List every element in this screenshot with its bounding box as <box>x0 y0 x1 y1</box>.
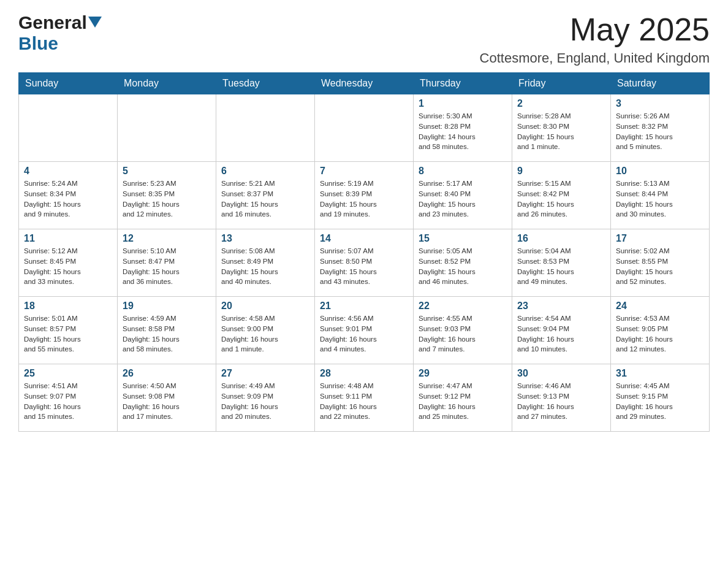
column-header-tuesday: Tuesday <box>216 73 315 94</box>
day-number: 11 <box>24 233 112 244</box>
day-info: Sunrise: 4:58 AM Sunset: 9:00 PM Dayligh… <box>221 313 309 354</box>
day-info: Sunrise: 5:21 AM Sunset: 8:37 PM Dayligh… <box>221 178 309 220</box>
calendar-cell: 2Sunrise: 5:28 AM Sunset: 8:30 PM Daylig… <box>512 94 611 162</box>
day-number: 19 <box>123 301 211 312</box>
column-header-saturday: Saturday <box>611 73 710 94</box>
logo-triangle-icon <box>88 17 102 30</box>
day-number: 5 <box>123 166 211 177</box>
logo-general-text: General <box>18 12 87 33</box>
calendar-cell: 5Sunrise: 5:23 AM Sunset: 8:35 PM Daylig… <box>118 162 216 229</box>
calendar-cell: 6Sunrise: 5:21 AM Sunset: 8:37 PM Daylig… <box>216 162 315 229</box>
calendar-cell: 19Sunrise: 4:59 AM Sunset: 8:58 PM Dayli… <box>118 297 216 364</box>
day-number: 6 <box>221 166 309 177</box>
day-info: Sunrise: 5:02 AM Sunset: 8:55 PM Dayligh… <box>616 246 704 287</box>
day-info: Sunrise: 5:05 AM Sunset: 8:52 PM Dayligh… <box>419 246 507 287</box>
day-info: Sunrise: 4:46 AM Sunset: 9:13 PM Dayligh… <box>517 381 605 422</box>
calendar-header-row: SundayMondayTuesdayWednesdayThursdayFrid… <box>19 73 710 94</box>
column-header-thursday: Thursday <box>414 73 512 94</box>
calendar-cell: 13Sunrise: 5:08 AM Sunset: 8:49 PM Dayli… <box>216 229 315 297</box>
calendar-cell: 27Sunrise: 4:49 AM Sunset: 9:09 PM Dayli… <box>216 364 315 432</box>
day-info: Sunrise: 4:56 AM Sunset: 9:01 PM Dayligh… <box>320 313 408 354</box>
calendar-cell: 22Sunrise: 4:55 AM Sunset: 9:03 PM Dayli… <box>414 297 512 364</box>
calendar-week-3: 11Sunrise: 5:12 AM Sunset: 8:45 PM Dayli… <box>19 229 710 297</box>
calendar-cell <box>315 94 414 162</box>
day-info: Sunrise: 5:23 AM Sunset: 8:35 PM Dayligh… <box>123 178 211 220</box>
day-info: Sunrise: 4:51 AM Sunset: 9:07 PM Dayligh… <box>24 381 112 422</box>
day-info: Sunrise: 5:10 AM Sunset: 8:47 PM Dayligh… <box>123 246 211 287</box>
day-info: Sunrise: 4:59 AM Sunset: 8:58 PM Dayligh… <box>123 313 211 354</box>
column-header-friday: Friday <box>512 73 611 94</box>
calendar-cell <box>216 94 315 162</box>
day-info: Sunrise: 5:17 AM Sunset: 8:40 PM Dayligh… <box>419 178 507 220</box>
logo-blue-text: Blue <box>18 33 58 53</box>
day-info: Sunrise: 4:47 AM Sunset: 9:12 PM Dayligh… <box>419 381 507 422</box>
calendar-cell: 12Sunrise: 5:10 AM Sunset: 8:47 PM Dayli… <box>118 229 216 297</box>
calendar-cell: 18Sunrise: 5:01 AM Sunset: 8:57 PM Dayli… <box>19 297 118 364</box>
calendar-cell: 31Sunrise: 4:45 AM Sunset: 9:15 PM Dayli… <box>611 364 710 432</box>
day-info: Sunrise: 5:26 AM Sunset: 8:32 PM Dayligh… <box>616 111 704 152</box>
day-info: Sunrise: 5:01 AM Sunset: 8:57 PM Dayligh… <box>24 313 112 354</box>
calendar-cell: 1Sunrise: 5:30 AM Sunset: 8:28 PM Daylig… <box>414 94 512 162</box>
calendar-cell: 28Sunrise: 4:48 AM Sunset: 9:11 PM Dayli… <box>315 364 414 432</box>
calendar-cell: 3Sunrise: 5:26 AM Sunset: 8:32 PM Daylig… <box>611 94 710 162</box>
calendar-cell: 20Sunrise: 4:58 AM Sunset: 9:00 PM Dayli… <box>216 297 315 364</box>
calendar-cell: 17Sunrise: 5:02 AM Sunset: 8:55 PM Dayli… <box>611 229 710 297</box>
day-number: 25 <box>24 368 112 379</box>
day-number: 26 <box>123 368 211 379</box>
day-number: 4 <box>24 166 112 177</box>
day-info: Sunrise: 5:07 AM Sunset: 8:50 PM Dayligh… <box>320 246 408 287</box>
day-number: 13 <box>221 233 309 244</box>
day-info: Sunrise: 5:28 AM Sunset: 8:30 PM Dayligh… <box>517 111 605 152</box>
calendar-week-5: 25Sunrise: 4:51 AM Sunset: 9:07 PM Dayli… <box>19 364 710 432</box>
calendar-week-1: 1Sunrise: 5:30 AM Sunset: 8:28 PM Daylig… <box>19 94 710 162</box>
calendar-cell: 4Sunrise: 5:24 AM Sunset: 8:34 PM Daylig… <box>19 162 118 229</box>
day-number: 2 <box>517 98 605 109</box>
column-header-wednesday: Wednesday <box>315 73 414 94</box>
day-number: 12 <box>123 233 211 244</box>
day-number: 30 <box>517 368 605 379</box>
day-number: 20 <box>221 301 309 312</box>
day-info: Sunrise: 4:54 AM Sunset: 9:04 PM Dayligh… <box>517 313 605 354</box>
page-header: General Blue May 2025 Cottesmore, Englan… <box>18 12 710 66</box>
day-number: 18 <box>24 301 112 312</box>
calendar-cell: 16Sunrise: 5:04 AM Sunset: 8:53 PM Dayli… <box>512 229 611 297</box>
day-number: 23 <box>517 301 605 312</box>
day-number: 8 <box>419 166 507 177</box>
day-number: 1 <box>419 98 507 109</box>
day-number: 22 <box>419 301 507 312</box>
day-info: Sunrise: 4:50 AM Sunset: 9:08 PM Dayligh… <box>123 381 211 422</box>
day-number: 31 <box>616 368 704 379</box>
calendar-cell: 26Sunrise: 4:50 AM Sunset: 9:08 PM Dayli… <box>118 364 216 432</box>
title-section: May 2025 Cottesmore, England, United Kin… <box>480 12 710 66</box>
calendar-cell: 14Sunrise: 5:07 AM Sunset: 8:50 PM Dayli… <box>315 229 414 297</box>
calendar-cell: 25Sunrise: 4:51 AM Sunset: 9:07 PM Dayli… <box>19 364 118 432</box>
calendar-week-2: 4Sunrise: 5:24 AM Sunset: 8:34 PM Daylig… <box>19 162 710 229</box>
calendar-cell: 23Sunrise: 4:54 AM Sunset: 9:04 PM Dayli… <box>512 297 611 364</box>
month-title: May 2025 <box>480 12 710 47</box>
calendar-table: SundayMondayTuesdayWednesdayThursdayFrid… <box>18 72 710 432</box>
calendar-cell: 7Sunrise: 5:19 AM Sunset: 8:39 PM Daylig… <box>315 162 414 229</box>
calendar-cell: 29Sunrise: 4:47 AM Sunset: 9:12 PM Dayli… <box>414 364 512 432</box>
column-header-sunday: Sunday <box>19 73 118 94</box>
day-info: Sunrise: 5:24 AM Sunset: 8:34 PM Dayligh… <box>24 178 112 220</box>
location-title: Cottesmore, England, United Kingdom <box>480 50 710 66</box>
day-number: 29 <box>419 368 507 379</box>
day-number: 24 <box>616 301 704 312</box>
calendar-cell: 15Sunrise: 5:05 AM Sunset: 8:52 PM Dayli… <box>414 229 512 297</box>
day-info: Sunrise: 5:04 AM Sunset: 8:53 PM Dayligh… <box>517 246 605 287</box>
calendar-cell: 8Sunrise: 5:17 AM Sunset: 8:40 PM Daylig… <box>414 162 512 229</box>
day-info: Sunrise: 5:13 AM Sunset: 8:44 PM Dayligh… <box>616 178 704 220</box>
column-header-monday: Monday <box>118 73 216 94</box>
day-number: 3 <box>616 98 704 109</box>
day-number: 28 <box>320 368 408 379</box>
day-info: Sunrise: 5:19 AM Sunset: 8:39 PM Dayligh… <box>320 178 408 220</box>
day-info: Sunrise: 4:55 AM Sunset: 9:03 PM Dayligh… <box>419 313 507 354</box>
calendar-cell: 24Sunrise: 4:53 AM Sunset: 9:05 PM Dayli… <box>611 297 710 364</box>
day-info: Sunrise: 5:12 AM Sunset: 8:45 PM Dayligh… <box>24 246 112 287</box>
day-number: 15 <box>419 233 507 244</box>
day-number: 27 <box>221 368 309 379</box>
calendar-cell: 9Sunrise: 5:15 AM Sunset: 8:42 PM Daylig… <box>512 162 611 229</box>
day-info: Sunrise: 4:45 AM Sunset: 9:15 PM Dayligh… <box>616 381 704 422</box>
day-info: Sunrise: 4:49 AM Sunset: 9:09 PM Dayligh… <box>221 381 309 422</box>
calendar-cell: 10Sunrise: 5:13 AM Sunset: 8:44 PM Dayli… <box>611 162 710 229</box>
